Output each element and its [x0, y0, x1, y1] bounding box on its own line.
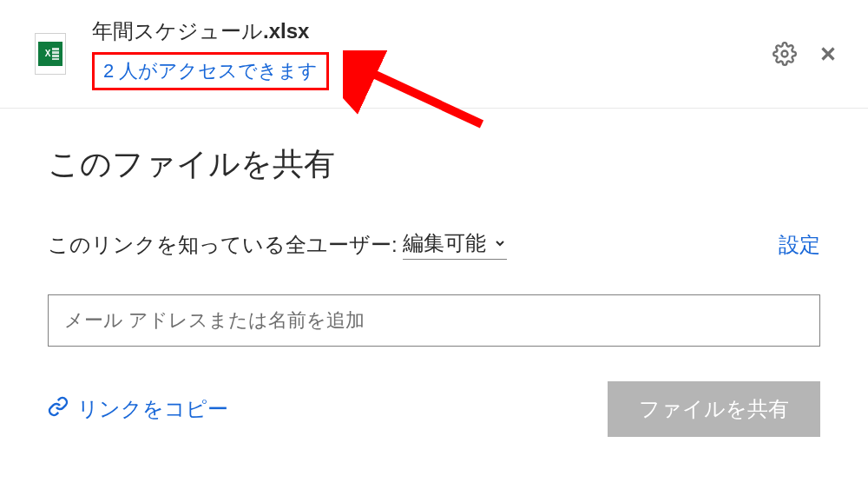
link-row: このリンクを知っている全ユーザー: 編集可能 設定	[48, 229, 820, 260]
file-name: 年間スケジュール.xlsx	[92, 17, 771, 45]
settings-link[interactable]: 設定	[779, 231, 820, 259]
gear-icon[interactable]	[771, 40, 799, 68]
file-name-base: 年間スケジュール	[92, 19, 263, 43]
svg-point-6	[782, 51, 788, 57]
footer-row: リンクをコピー ファイルを共有	[48, 381, 820, 437]
chevron-down-icon	[493, 231, 507, 255]
link-text: このリンクを知っている全ユーザー: 編集可能	[48, 229, 507, 260]
file-info: 年間スケジュール.xlsx 2 人がアクセスできます	[92, 17, 771, 90]
header-actions	[771, 40, 842, 68]
access-info-link[interactable]: 2 人がアクセスできます	[92, 52, 329, 90]
share-title: このファイルを共有	[48, 143, 820, 186]
copy-link-label: リンクをコピー	[77, 395, 228, 423]
svg-text:X: X	[45, 49, 51, 58]
link-chain-icon	[48, 396, 69, 422]
excel-file-icon: X	[35, 33, 66, 75]
svg-rect-4	[52, 55, 59, 57]
close-icon[interactable]	[814, 40, 842, 68]
svg-rect-3	[52, 51, 59, 54]
file-name-ext: .xlsx	[263, 19, 309, 43]
header: X 年間スケジュール.xlsx 2 人がアクセスできます	[0, 0, 868, 109]
copy-link[interactable]: リンクをコピー	[48, 395, 228, 423]
share-button[interactable]: ファイルを共有	[608, 381, 820, 437]
link-label: このリンクを知っている全ユーザー:	[48, 231, 398, 259]
excel-icon-inner: X	[38, 42, 62, 66]
svg-rect-5	[52, 58, 59, 60]
content: このファイルを共有 このリンクを知っている全ユーザー: 編集可能 設定	[0, 109, 868, 472]
permission-dropdown[interactable]: 編集可能	[403, 229, 507, 260]
permission-value: 編集可能	[403, 229, 486, 257]
email-input[interactable]	[48, 294, 820, 347]
svg-rect-2	[52, 48, 59, 50]
